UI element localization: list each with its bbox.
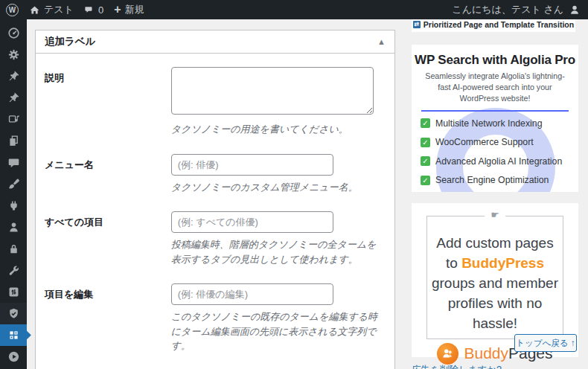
- new-label: 新規: [125, 3, 144, 16]
- wordpress-admin-screen: W テスト 0 + 新規 こんにちは、テスト さん: [0, 0, 588, 369]
- user-avatar-icon: [569, 4, 581, 16]
- menu-security[interactable]: [0, 238, 27, 260]
- comments-menu[interactable]: 0: [84, 4, 103, 16]
- menu-pages[interactable]: [0, 130, 27, 152]
- site-name-label: テスト: [44, 3, 74, 16]
- comment-bubble-icon: [84, 4, 95, 15]
- plus-icon: +: [114, 4, 121, 16]
- shield-check-icon: [7, 307, 20, 320]
- lock-icon: [7, 243, 20, 255]
- menu-name-input[interactable]: [171, 154, 333, 176]
- menu-antispam[interactable]: [0, 303, 27, 324]
- field-label: 項目を編集: [45, 283, 171, 353]
- pin-icon: [7, 92, 20, 104]
- transition-icon: ⇄: [413, 21, 421, 28]
- grid-layout-icon: [7, 329, 20, 341]
- menu-users[interactable]: [0, 216, 27, 238]
- admin-bar: W テスト 0 + 新規 こんにちは、テスト さん: [0, 0, 588, 19]
- ad-algolia-subtitle: Seamlessly integrate Algolia's lightning…: [419, 71, 571, 104]
- play-circle-icon: [7, 350, 20, 363]
- panel-collapse-toggle[interactable]: ▲: [377, 37, 386, 46]
- buddypress-brand-text: BuddyPress: [461, 255, 544, 271]
- menu-posts[interactable]: [0, 65, 27, 87]
- menu-plugins[interactable]: [0, 195, 27, 216]
- comments-icon: [7, 156, 20, 169]
- menu-cpt-ui-current[interactable]: [0, 324, 27, 346]
- remove-ads-link[interactable]: 広告を削除しますか?: [412, 364, 502, 369]
- panel-header: 追加ラベル ▲: [36, 31, 394, 54]
- form-row-all-items: すべての項目 投稿編集時、階層的タクソノミーの全タームを表示するタブの見出しとし…: [45, 211, 386, 266]
- menu-dashboard[interactable]: [0, 22, 27, 44]
- menu-import-export[interactable]: [0, 281, 27, 303]
- feature-item: ✓Multisite Network Indexing: [421, 118, 578, 129]
- menu-video[interactable]: [0, 346, 27, 368]
- field-label: メニュー名: [45, 154, 171, 195]
- menu-custom-post-type[interactable]: [0, 87, 27, 109]
- feature-item: ✓Search Engine Optimization: [421, 175, 578, 185]
- hand-cursor-icon: ☛: [485, 209, 505, 220]
- comments-count: 0: [98, 4, 103, 16]
- ad-algolia-banner[interactable]: WP Search with Algolia Pro Seamlessly in…: [412, 45, 578, 192]
- media-icon: [7, 113, 20, 126]
- panel-title: 追加ラベル: [45, 35, 95, 48]
- field-help: タクソノミーの用途を書いてください。: [171, 122, 386, 137]
- sort-box-icon: [7, 286, 20, 298]
- new-content-menu[interactable]: + 新規: [114, 3, 144, 16]
- edit-item-input[interactable]: [171, 283, 333, 305]
- field-help: タクソノミーのカスタム管理メニュー名。: [171, 180, 386, 195]
- green-check-icon: ✓: [421, 138, 430, 147]
- dashboard-icon: [7, 27, 20, 39]
- field-help: 投稿編集時、階層的タクソノミーの全タームを表示するタブの見出しとして使われます。: [171, 237, 386, 266]
- divider: [421, 110, 569, 112]
- ad-banner-top-cut[interactable]: ⇄ Prioritized Page and Template Transiti…: [412, 19, 575, 32]
- ad-algolia-feature-list: ✓Multisite Network Indexing ✓WooCommerce…: [421, 118, 578, 186]
- field-help: このタクソノミーの既存のタームを編集する時にターム編集画面の先頭に表示される文字…: [171, 309, 386, 353]
- ad-algolia-title: WP Search with Algolia Pro: [412, 53, 578, 68]
- form-row-edit-item: 項目を編集 このタクソノミーの既存のタームを編集する時にターム編集画面の先頭に表…: [45, 283, 386, 353]
- green-check-icon: ✓: [421, 176, 430, 185]
- panel-body: 説明 タクソノミーの用途を書いてください。 メニュー名 タクソノミーのカスタム管…: [36, 54, 394, 369]
- plug-icon: [7, 199, 20, 212]
- feature-item: ✓Advanced Algolia AI Integration: [421, 156, 578, 167]
- buddypages-logo-icon: [437, 343, 458, 365]
- admin-menu: [0, 19, 27, 369]
- ad-top-text: Prioritized Page and Template Transition: [424, 20, 574, 32]
- menu-tools[interactable]: [0, 260, 27, 281]
- description-textarea[interactable]: [171, 67, 374, 115]
- gear-icon: [7, 48, 20, 61]
- howdy-text: こんにちは、テスト さん: [452, 3, 563, 16]
- menu-plugin-gear[interactable]: [0, 44, 27, 65]
- menu-appearance[interactable]: [0, 173, 27, 195]
- green-check-icon: ✓: [421, 118, 430, 128]
- pin-icon: [7, 70, 20, 83]
- ad-buddypages-text: Add custom pages to BuddyPress groups an…: [427, 234, 563, 334]
- feature-item: ✓WooCommerce Support: [421, 137, 578, 147]
- wordpress-logo-icon[interactable]: W: [6, 4, 19, 16]
- all-items-input[interactable]: [171, 211, 333, 233]
- users-icon: [7, 221, 20, 234]
- form-row-description: 説明 タクソノミーの用途を書いてください。: [45, 67, 386, 137]
- menu-media[interactable]: [0, 109, 27, 130]
- field-label: すべての項目: [45, 211, 171, 266]
- site-name-menu[interactable]: テスト: [29, 3, 74, 16]
- field-label: 説明: [45, 67, 171, 137]
- green-check-icon: ✓: [421, 156, 430, 166]
- account-menu[interactable]: こんにちは、テスト さん: [452, 3, 581, 16]
- back-to-top-button[interactable]: トップへ戻る ↑: [514, 334, 577, 352]
- additional-labels-panel: 追加ラベル ▲ 説明 タクソノミーの用途を書いてください。 メニュー名 タクソノ…: [35, 30, 395, 369]
- wrench-icon: [7, 264, 20, 277]
- pages-icon: [7, 135, 20, 147]
- home-icon: [29, 4, 40, 16]
- form-row-menu-name: メニュー名 タクソノミーのカスタム管理メニュー名。: [45, 154, 386, 195]
- ad-buddypages-frame: ☛ Add custom pages to BuddyPress groups …: [426, 216, 563, 339]
- paintbrush-icon: [7, 178, 20, 190]
- menu-comments[interactable]: [0, 152, 27, 173]
